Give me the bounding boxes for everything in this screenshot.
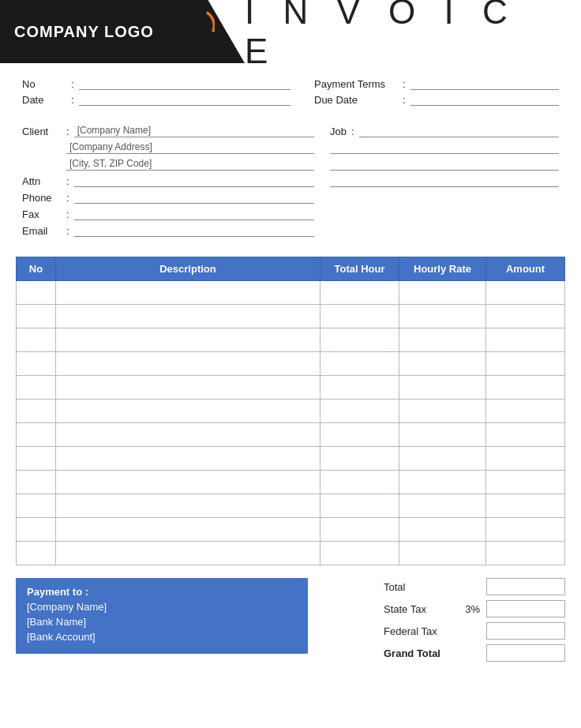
table-cell[interactable] — [486, 423, 565, 447]
table-cell[interactable] — [486, 400, 565, 423]
table-cell[interactable] — [486, 305, 565, 328]
table-cell[interactable] — [17, 518, 56, 542]
table-cell[interactable] — [320, 328, 399, 352]
table-cell[interactable] — [56, 305, 320, 328]
table-cell[interactable] — [56, 471, 320, 494]
phone-line[interactable] — [74, 191, 314, 204]
job-line-3[interactable] — [330, 158, 559, 171]
table-cell[interactable] — [17, 400, 56, 423]
job-line-2[interactable] — [330, 141, 559, 154]
job-line-1[interactable] — [359, 125, 559, 137]
state-tax-label: State Tax — [384, 603, 455, 615]
table-cell[interactable] — [56, 376, 320, 400]
date-label: Date — [22, 94, 69, 106]
due-date-colon: : — [403, 94, 406, 106]
table-cell[interactable] — [486, 494, 565, 518]
table-cell[interactable] — [17, 328, 56, 352]
table-cell[interactable] — [56, 542, 320, 565]
table-cell[interactable] — [486, 471, 565, 494]
client-colon: : — [66, 126, 69, 137]
table-section: No Description Total Hour Hourly Rate Am… — [0, 257, 581, 565]
phone-row: Phone : — [22, 191, 314, 204]
table-cell[interactable] — [320, 352, 399, 376]
email-label: Email — [22, 225, 66, 237]
table-cell[interactable] — [17, 376, 56, 400]
table-row — [17, 281, 565, 305]
table-cell[interactable] — [56, 352, 320, 376]
table-cell[interactable] — [320, 305, 399, 328]
table-cell[interactable] — [399, 471, 486, 494]
job-line-4[interactable] — [330, 174, 559, 187]
no-line[interactable] — [79, 77, 290, 90]
table-cell[interactable] — [399, 423, 486, 447]
table-row — [17, 447, 565, 471]
table-cell[interactable] — [17, 305, 56, 328]
email-line[interactable] — [74, 224, 314, 237]
table-cell[interactable] — [399, 376, 486, 400]
table-row — [17, 328, 565, 352]
no-colon: : — [71, 78, 74, 90]
table-cell[interactable] — [486, 281, 565, 305]
table-cell[interactable] — [486, 352, 565, 376]
date-row: Date : — [22, 93, 290, 106]
table-cell[interactable] — [320, 471, 399, 494]
table-cell[interactable] — [399, 542, 486, 565]
attn-line[interactable] — [74, 174, 314, 187]
table-row — [17, 423, 565, 447]
info-section: No : Date : Payment Terms : Due Date : — [0, 63, 581, 117]
table-cell[interactable] — [17, 352, 56, 376]
table-cell[interactable] — [320, 281, 399, 305]
table-cell[interactable] — [56, 494, 320, 518]
table-cell[interactable] — [56, 447, 320, 471]
table-cell[interactable] — [399, 281, 486, 305]
table-cell[interactable] — [320, 447, 399, 471]
table-cell[interactable] — [56, 423, 320, 447]
phone-colon: : — [66, 192, 69, 204]
table-cell[interactable] — [56, 281, 320, 305]
table-cell[interactable] — [320, 542, 399, 565]
table-cell[interactable] — [17, 471, 56, 494]
client-address[interactable]: [Company Address] — [66, 141, 314, 154]
table-cell[interactable] — [320, 400, 399, 423]
fax-colon: : — [66, 208, 69, 220]
table-cell[interactable] — [486, 542, 565, 565]
table-cell[interactable] — [17, 494, 56, 518]
table-cell[interactable] — [486, 328, 565, 352]
logo-area: COMPANY LOGO — [0, 0, 245, 63]
client-company-name[interactable]: [Company Name] — [74, 125, 314, 137]
table-cell[interactable] — [320, 376, 399, 400]
table-cell[interactable] — [56, 518, 320, 542]
table-cell[interactable] — [399, 400, 486, 423]
total-box[interactable] — [486, 578, 565, 595]
col-amount: Amount — [486, 257, 565, 281]
due-date-line[interactable] — [410, 93, 559, 106]
client-name-row: Client : [Company Name] — [22, 125, 314, 137]
table-cell[interactable] — [486, 447, 565, 471]
date-line[interactable] — [79, 93, 290, 106]
table-cell[interactable] — [399, 352, 486, 376]
table-cell[interactable] — [399, 328, 486, 352]
grand-total-box[interactable] — [486, 644, 565, 662]
table-cell[interactable] — [56, 400, 320, 423]
table-cell[interactable] — [17, 542, 56, 565]
state-tax-box[interactable] — [486, 600, 565, 617]
table-cell[interactable] — [320, 518, 399, 542]
info-top: No : Date : Payment Terms : Due Date : — [22, 77, 559, 109]
client-city[interactable]: [City, ST, ZIP Code] — [66, 158, 314, 171]
table-cell[interactable] — [17, 447, 56, 471]
table-cell[interactable] — [399, 518, 486, 542]
table-cell[interactable] — [320, 423, 399, 447]
table-cell[interactable] — [56, 328, 320, 352]
table-cell[interactable] — [399, 305, 486, 328]
table-cell[interactable] — [17, 423, 56, 447]
payment-terms-line[interactable] — [410, 77, 559, 90]
federal-tax-box[interactable] — [486, 622, 565, 640]
table-cell[interactable] — [486, 376, 565, 400]
table-cell[interactable] — [320, 494, 399, 518]
table-cell[interactable] — [399, 447, 486, 471]
table-cell[interactable] — [17, 281, 56, 305]
table-cell[interactable] — [486, 518, 565, 542]
fax-line[interactable] — [74, 208, 314, 220]
table-cell[interactable] — [399, 494, 486, 518]
payment-bank: [Bank Name] — [27, 616, 297, 628]
